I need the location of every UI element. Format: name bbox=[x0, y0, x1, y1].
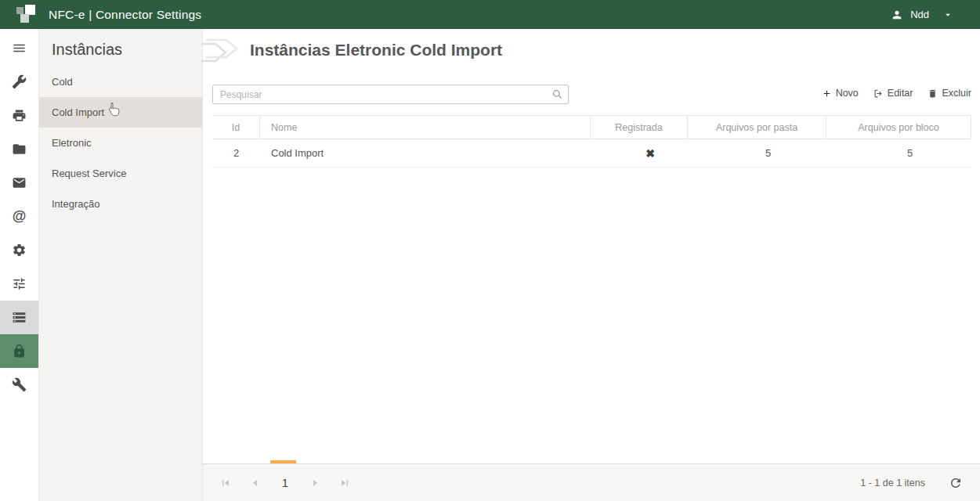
search-icon[interactable] bbox=[551, 88, 563, 103]
icon-rail: @ bbox=[0, 29, 39, 501]
cell-nome: Cold Import bbox=[260, 139, 591, 167]
rail-item-printer[interactable] bbox=[0, 99, 38, 132]
column-header-arquivos-bloco[interactable]: Arquivos por bloco bbox=[826, 116, 971, 139]
tools-icon bbox=[12, 74, 27, 89]
app-logo-icon bbox=[16, 5, 38, 25]
edit-icon bbox=[873, 88, 884, 99]
hamburger-menu-icon bbox=[12, 41, 27, 56]
column-header-id[interactable]: Id bbox=[212, 116, 260, 139]
cell-arquivos-bloco: 5 bbox=[826, 139, 971, 167]
sidebar-item-eletronic[interactable]: Eletronic bbox=[39, 128, 202, 158]
novo-button[interactable]: Novo bbox=[822, 88, 859, 99]
toolbar-actions: Novo Editar Excluir bbox=[822, 88, 971, 99]
sidebar-item-cold-import[interactable]: Cold Import bbox=[39, 97, 202, 128]
editar-button[interactable]: Editar bbox=[873, 88, 913, 99]
cell-arquivos-pasta: 5 bbox=[688, 139, 826, 167]
rail-item-maintenance[interactable] bbox=[0, 368, 38, 402]
user-icon bbox=[891, 9, 903, 21]
next-page-icon bbox=[309, 477, 321, 489]
pager-buttons: 1 bbox=[214, 464, 356, 501]
envelope-icon bbox=[12, 175, 27, 190]
app-title: NFC-e | Connector Settings bbox=[49, 8, 201, 22]
search-box bbox=[212, 85, 569, 104]
menu-toggle-button[interactable] bbox=[0, 31, 38, 65]
excluir-button[interactable]: Excluir bbox=[928, 88, 971, 99]
main-content: Instâncias Eletronic Cold Import Novo Ed… bbox=[202, 29, 980, 501]
page-header-arrows-icon bbox=[201, 36, 245, 75]
rail-item-mail[interactable] bbox=[0, 166, 38, 200]
grid-header-row: Id Nome Registrada Arquivos por pasta Ar… bbox=[212, 115, 971, 139]
sidebar-title: Instâncias bbox=[39, 29, 202, 59]
rail-item-tune[interactable] bbox=[0, 267, 38, 301]
first-page-icon bbox=[219, 477, 232, 489]
rail-item-instances[interactable] bbox=[0, 301, 38, 334]
gear-icon bbox=[12, 243, 27, 258]
lock-icon bbox=[12, 344, 27, 359]
user-name: Ndd bbox=[910, 9, 929, 20]
sidebar-list: Cold Cold Import Eletronic Request Servi… bbox=[39, 67, 202, 219]
last-page-icon bbox=[338, 477, 351, 489]
instances-sidebar: Instâncias Cold Cold Import Eletronic Re… bbox=[39, 29, 202, 501]
column-header-nome[interactable]: Nome bbox=[260, 116, 591, 139]
rail-item-settings[interactable] bbox=[0, 233, 38, 267]
table-row[interactable]: 2 Cold Import ✖ 5 5 bbox=[212, 139, 971, 168]
pager-info: 1 - 1 de 1 itens bbox=[860, 464, 925, 501]
sidebar-item-integracao[interactable]: Integração bbox=[39, 189, 202, 219]
cell-id: 2 bbox=[212, 139, 260, 167]
sliders-icon bbox=[12, 276, 27, 291]
chevron-down-icon bbox=[942, 9, 953, 20]
refresh-icon bbox=[949, 476, 963, 490]
plus-icon bbox=[822, 88, 832, 99]
next-page-button[interactable] bbox=[303, 471, 327, 495]
rail-item-files[interactable] bbox=[0, 132, 38, 166]
folder-icon bbox=[12, 142, 27, 157]
cell-registrada: ✖ bbox=[591, 139, 688, 167]
sidebar-item-cold[interactable]: Cold bbox=[39, 67, 202, 97]
printer-icon bbox=[12, 108, 27, 123]
trash-icon bbox=[928, 88, 938, 99]
x-mark-icon: ✖ bbox=[645, 147, 655, 160]
grid-toolbar: Novo Editar Excluir bbox=[212, 85, 971, 106]
sidebar-item-request-service[interactable]: Request Service bbox=[39, 158, 202, 189]
user-menu[interactable]: Ndd bbox=[891, 0, 953, 29]
previous-page-icon bbox=[249, 477, 262, 489]
rail-item-email-at[interactable]: @ bbox=[0, 200, 38, 233]
at-icon: @ bbox=[13, 208, 27, 225]
rail-item-security[interactable] bbox=[0, 334, 38, 368]
storage-rows-icon bbox=[12, 310, 27, 325]
current-page-number[interactable]: 1 bbox=[273, 477, 297, 489]
first-page-button[interactable] bbox=[214, 471, 237, 495]
column-header-arquivos-pasta[interactable]: Arquivos por pasta bbox=[688, 116, 826, 139]
rail-item-tools[interactable] bbox=[0, 65, 38, 99]
wrench-icon bbox=[12, 377, 27, 392]
previous-page-button[interactable] bbox=[244, 471, 267, 495]
column-header-registrada[interactable]: Registrada bbox=[591, 116, 688, 139]
topbar: NFC-e | Connector Settings Ndd bbox=[0, 0, 980, 29]
last-page-button[interactable] bbox=[333, 471, 356, 495]
pager: 1 1 - 1 de 1 itens bbox=[203, 463, 980, 501]
page-title: Instâncias Eletronic Cold Import bbox=[250, 41, 502, 59]
search-input[interactable] bbox=[212, 85, 569, 104]
refresh-button[interactable] bbox=[949, 476, 963, 493]
data-grid: Id Nome Registrada Arquivos por pasta Ar… bbox=[212, 115, 971, 168]
